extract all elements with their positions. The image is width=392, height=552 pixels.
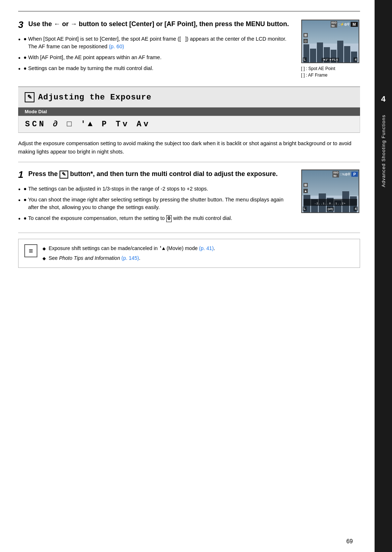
- exposure-title: Adjusting the Exposure: [38, 93, 151, 102]
- lcd-caption-line2: [ ] : AF Frame: [301, 73, 328, 78]
- mode-dial-label: Mode Dial: [25, 109, 47, 114]
- sidebar: 4 Advanced Shooting Functions: [375, 0, 392, 552]
- exposure-header: ✎ Adjusting the Exposure: [18, 87, 360, 107]
- lcd-bottom-left: L: [303, 57, 307, 62]
- step1-heading-text: Press the ✎ button*, and then turn the m…: [28, 169, 278, 179]
- step1-bullet-1: ● The settings can be adjusted in 1/3-st…: [18, 185, 291, 193]
- lcd-bottom-center: ◄1" ►F1.6: [322, 58, 339, 62]
- bullet-dot-2: ●: [24, 54, 28, 62]
- lcd-left-icons: ⊞ ◎: [303, 33, 308, 43]
- lcd-bottom-1: L ◄1" ►F1.6 4: [303, 57, 358, 62]
- step3-lcd: ISO50 □⚡◎⚲ M ⊞ ◎ L ◄1" ►F1.6 4: [300, 20, 360, 78]
- step1-lcd-screen: ISO50 □¾◎⚲ P ⊞ ▲ -2..1..0..1..2+: [301, 169, 359, 213]
- note-bullet-1: ◆ Exposure shift settings can be made/ca…: [42, 244, 354, 253]
- note-bullet-1-text: Exposure shift settings can be made/canc…: [49, 245, 215, 251]
- step1-content: 1 Press the ✎ button*, and then turn the…: [18, 169, 291, 226]
- lcd-caption-1: [ ] : Spot AE Point [ ] : AF Frame: [301, 65, 359, 78]
- step3-bullet-1-text: When [Spot AE Point] is set to [Center],…: [28, 35, 291, 51]
- bullet-dot: ●: [24, 35, 28, 43]
- lcd-icons: □⚡◎⚲: [338, 23, 350, 26]
- lcd-mode-p: P: [351, 172, 358, 177]
- lcd-icon-grid: ⊞: [303, 33, 308, 37]
- note-text: ◆ Exposure shift settings can be made/ca…: [42, 244, 354, 262]
- step3-bullet-2: ● With [AF Point], the AE point appears …: [18, 54, 291, 62]
- step1-heading: 1 Press the ✎ button*, and then turn the…: [18, 169, 291, 180]
- lcd-bottom-left-2: L: [303, 207, 307, 211]
- lcd-iso-icon-2: ISO50: [332, 171, 339, 177]
- step3-number: 3: [18, 20, 25, 30]
- mode-dial-bar: Mode Dial: [18, 107, 360, 116]
- bullet-dot-2: ●: [24, 196, 28, 204]
- diamond-1: ◆: [42, 246, 46, 251]
- mode-dial-icons: SCN ∂ □ '▲ P Tv Av: [25, 120, 151, 129]
- step3-bullet-2-text: With [AF Point], the AE point appears wi…: [28, 54, 162, 62]
- step3-heading: 3 Use the ← or → button to select [Cente…: [18, 20, 291, 30]
- step1-lcd: ISO50 □¾◎⚲ P ⊞ ▲ -2..1..0..1..2+: [300, 169, 360, 213]
- step3-lcd-screen: ISO50 □⚡◎⚲ M ⊞ ◎ L ◄1" ►F1.6 4: [301, 20, 359, 63]
- exposure-icon: ✎: [25, 92, 34, 102]
- lcd-left-icons-2: ⊞ ▲: [303, 183, 308, 193]
- step1-bullet-2-text: You can shoot the image right after sele…: [28, 196, 291, 212]
- note-box: ≡ ◆ Exposure shift settings can be made/…: [18, 239, 360, 268]
- exposure-desc-text: Adjust the exposure compensation setting…: [18, 140, 351, 155]
- lcd-bottom-right: 4: [354, 57, 358, 62]
- step1-bullet-1-text: The settings can be adjusted in 1/3-stop…: [28, 185, 208, 193]
- photo-tips-italic: Photo Tips and Information: [59, 255, 120, 261]
- link-p41[interactable]: (p. 41): [199, 245, 213, 251]
- diamond-2: ◆: [42, 256, 46, 261]
- lcd-icons-2: □¾◎⚲: [340, 172, 350, 176]
- step1-bullet-3-text: To cancel the exposure compensation, ret…: [28, 214, 232, 223]
- movie-mode-icon: '▲: [159, 246, 165, 252]
- step1-bullet-list: ● The settings can be adjusted in 1/3-st…: [18, 185, 291, 223]
- lcd-icon-focus: ◎: [303, 39, 308, 43]
- exposure-bar-overlay: -2..1..0..1..2+: [303, 199, 357, 206]
- note-icon: ≡: [24, 244, 37, 257]
- note-bullet-2: ◆ See Photo Tips and Information (p. 145…: [42, 254, 354, 262]
- exposure-bar-text: -2..1..0..1..2+: [314, 202, 346, 205]
- lcd-icon-grid-2: ⊞: [303, 183, 308, 187]
- step3-section: 3 Use the ← or → button to select [Cente…: [18, 11, 360, 87]
- step1-number: 1: [18, 169, 25, 180]
- lcd-caption-line1: [ ] : Spot AE Point: [301, 66, 335, 71]
- lcd-bottom-right-2: 4: [354, 207, 358, 211]
- bullet-dot: ●: [24, 185, 28, 193]
- lcd-topbar-1: ISO50 □⚡◎⚲ M: [303, 21, 358, 28]
- lcd-mode-m: M: [351, 22, 358, 27]
- lcd-bottom-center-2: (±0): [327, 207, 334, 211]
- page-number: 69: [346, 538, 353, 545]
- bullet-dot-3: ●: [24, 65, 28, 73]
- note-bullet-2-text: See Photo Tips and Information (p. 145).: [49, 255, 140, 261]
- step3-content: 3 Use the ← or → button to select [Cente…: [18, 20, 291, 75]
- sidebar-chapter-number: 4: [381, 94, 385, 104]
- page-number-text: 69: [346, 538, 353, 544]
- bullet-dot-3: ●: [24, 214, 28, 222]
- link-p145[interactable]: (p. 145): [122, 255, 139, 261]
- lcd-topbar-2: ISO50 □¾◎⚲ P: [303, 171, 358, 177]
- mode-dial-row: SCN ∂ □ '▲ P Tv Av: [18, 116, 360, 133]
- step1-bullet-2: ● You can shoot the image right after se…: [18, 196, 291, 212]
- step1-bullet-3: ● To cancel the exposure compensation, r…: [18, 214, 291, 223]
- lcd-bottom-2: L (±0) 4: [303, 207, 358, 211]
- step3-bullet-3: ● Settings can be made by turning the mu…: [18, 65, 291, 73]
- step1-section: 1 Press the ✎ button*, and then turn the…: [18, 162, 360, 233]
- step3-bullet-3-text: Settings can be made by turning the mult…: [28, 65, 153, 73]
- step3-heading-text: Use the ← or → button to select [Center]…: [28, 20, 289, 29]
- lcd-icon-focus-2: ▲: [303, 189, 308, 193]
- lcd-iso-icon: ISO50: [331, 21, 337, 28]
- sidebar-chapter-label: Advanced Shooting Functions: [381, 115, 386, 187]
- note-icon-symbol: ≡: [29, 245, 33, 257]
- step3-bullet-list: ● When [Spot AE Point] is set to [Center…: [18, 35, 291, 73]
- exposure-description: Adjust the exposure compensation setting…: [18, 133, 360, 162]
- exp-comp-button-icon: ✎: [60, 171, 68, 179]
- zero-symbol: 0: [166, 215, 172, 222]
- link-p60[interactable]: (p. 60): [109, 44, 124, 49]
- step3-bullet-1: ● When [Spot AE Point] is set to [Center…: [18, 35, 291, 51]
